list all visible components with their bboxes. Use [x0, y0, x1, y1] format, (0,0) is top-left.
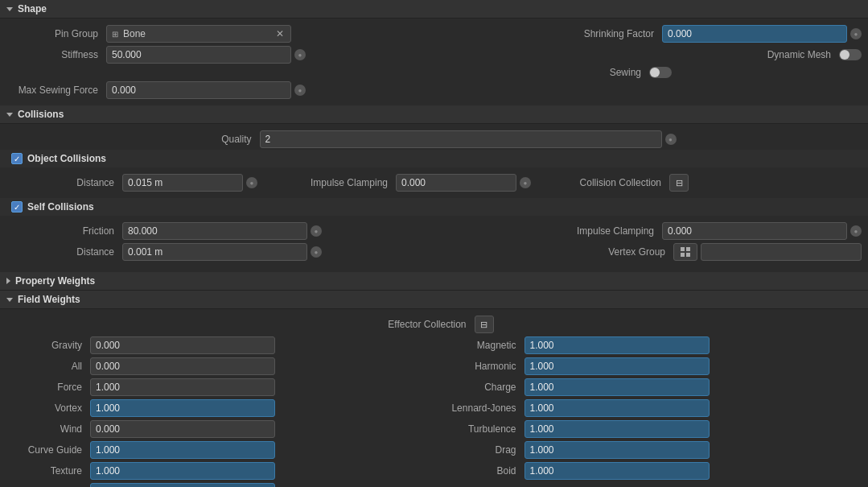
effector-label: Effector Collection [375, 319, 471, 330]
field-label: Charge [441, 382, 521, 393]
object-collisions-label: Object Collisions [27, 153, 106, 164]
dynamic-mesh-label: Dynamic Mesh [739, 49, 836, 60]
field-label: All [6, 361, 87, 372]
stiffness-label: Stiffness [6, 49, 103, 60]
oc-distance-value: 0.015 m [128, 177, 162, 188]
sewing-toggle[interactable] [649, 67, 672, 78]
pin-group-input[interactable]: ⊞ Bone ✕ [106, 25, 291, 43]
field-weights-title: Field Weights [18, 294, 80, 305]
sc-vertex-input[interactable] [701, 243, 862, 261]
quality-row: Quality 2 ● [0, 129, 868, 150]
field-row: Drag 1.000 [434, 440, 869, 460]
collisions-title: Collisions [18, 109, 64, 120]
field-label: Vortex [6, 402, 87, 414]
field-weights-header[interactable]: Field Weights [0, 291, 868, 309]
object-collisions-checkbox[interactable]: ✓ [11, 153, 23, 164]
self-collisions-checkbox[interactable]: ✓ [11, 201, 23, 213]
shape-collapse-icon [6, 7, 13, 11]
shape-section-header[interactable]: Shape [0, 0, 868, 19]
sc-impulse-label: Impulse Clamping [562, 225, 659, 237]
field-input[interactable]: 0.000 [90, 357, 275, 375]
field-label: Harmonic [441, 361, 521, 372]
oc-impulse-dot[interactable]: ● [520, 177, 531, 188]
sc-friction-value: 80.000 [128, 225, 158, 237]
quality-value: 2 [265, 134, 271, 145]
field-row: Curve Guide 1.000 [0, 440, 434, 460]
field-input[interactable]: 1.000 [525, 336, 710, 354]
oc-impulse-input[interactable]: 0.000 [396, 174, 516, 192]
shrinking-value: 0.000 [668, 28, 692, 39]
pin-group-clear-btn[interactable]: ✕ [274, 28, 286, 39]
object-collisions-header[interactable]: ✓ Object Collisions [0, 150, 868, 167]
field-weights-icon [6, 298, 13, 302]
field-input[interactable]: 1.000 [525, 462, 710, 480]
collisions-content: Quality 2 ● ✓ Object Collisions Distance… [0, 124, 868, 272]
field-input[interactable]: 0.000 [90, 336, 275, 354]
field-input[interactable]: 0.000 [90, 420, 275, 438]
stiffness-input[interactable]: 50.000 [106, 46, 291, 64]
field-row: Vortex 1.000 [0, 398, 434, 419]
pin-group-label: Pin Group [6, 28, 103, 39]
field-label: Lennard-Jones [441, 402, 521, 414]
collisions-collapse-icon [6, 113, 13, 117]
field-row: Boid 1.000 [434, 460, 869, 481]
shape-row-2: Stiffness 50.000 ● Dynamic Mesh [0, 44, 868, 65]
sc-friction-label: Friction [23, 225, 119, 237]
dynamic-mesh-toggle[interactable] [839, 49, 862, 60]
property-weights-title: Property Weights [15, 275, 95, 287]
max-sewing-dot[interactable]: ● [294, 85, 306, 96]
shape-content: Pin Group ⊞ Bone ✕ Shrinking Factor 0.00… [0, 19, 868, 105]
field-label: Curve Guide [6, 444, 87, 456]
sc-friction-dot[interactable]: ● [311, 225, 322, 237]
oc-distance-input[interactable]: 0.015 m [122, 174, 243, 192]
sc-vertex-icon[interactable] [673, 243, 697, 261]
field-row: Wind 0.000 [0, 419, 434, 440]
oc-distance-dot[interactable]: ● [246, 177, 257, 188]
max-sewing-input[interactable]: 0.000 [106, 81, 291, 99]
field-input[interactable]: 1.000 [525, 357, 710, 375]
sc-impulse-dot[interactable]: ● [850, 225, 862, 237]
stiffness-dot[interactable]: ● [294, 49, 306, 60]
quality-label: Quality [192, 134, 257, 145]
sc-friction-input[interactable]: 80.000 [122, 222, 307, 240]
sewing-label: Sewing [549, 67, 646, 78]
sc-impulse-input[interactable]: 0.000 [662, 222, 847, 240]
pin-group-value: Bone [123, 28, 146, 39]
oc-collection-label: Collision Collection [553, 177, 666, 188]
sc-row-1: Friction 80.000 ● Impulse Clamping 0.000… [16, 221, 868, 241]
object-collisions-row: Distance 0.015 m ● Impulse Clamping 0.00… [16, 172, 868, 193]
quality-input[interactable]: 2 [260, 130, 662, 148]
sc-distance-input[interactable]: 0.001 m [122, 243, 307, 261]
field-input[interactable]: 1.000 [525, 441, 710, 459]
sc-row-2: Distance 0.001 m ● Vertex Group [16, 241, 868, 262]
field-input[interactable]: 1.000 [90, 441, 275, 459]
shrinking-input[interactable]: 0.000 [662, 25, 847, 43]
field-input[interactable]: 1.000 [90, 462, 275, 480]
sc-impulse-value: 0.000 [668, 225, 692, 237]
field-label: Texture [6, 465, 87, 477]
field-row: Charge 1.000 [434, 377, 869, 398]
sc-distance-dot[interactable]: ● [311, 246, 322, 258]
oc-collection-icon[interactable]: ⊟ [669, 174, 689, 192]
field-input[interactable]: 1.000 [90, 399, 275, 417]
effector-row: Effector Collection ⊟ [0, 314, 868, 335]
field-input[interactable]: 1.000 [525, 420, 710, 438]
field-weights-left: Gravity 0.000 All 0.000 Force 1.000 Vort… [0, 335, 434, 487]
quality-dot[interactable]: ● [665, 134, 677, 145]
shrinking-dot[interactable]: ● [850, 28, 862, 39]
shape-row-4: Max Sewing Force 0.000 ● [0, 80, 868, 101]
collisions-section-header[interactable]: Collisions [0, 105, 868, 124]
property-weights-icon [6, 278, 10, 284]
field-input[interactable]: 1.000 [90, 483, 275, 487]
self-collisions-content: Friction 80.000 ● Impulse Clamping 0.000… [0, 216, 868, 267]
field-label: Drag [441, 444, 521, 456]
effector-collection-icon[interactable]: ⊟ [475, 316, 494, 333]
field-input[interactable]: 1.000 [525, 378, 710, 396]
field-weights-content: Effector Collection ⊟ Gravity 0.000 All … [0, 309, 868, 487]
field-input[interactable]: 1.000 [525, 399, 710, 417]
oc-impulse-value: 0.000 [401, 177, 426, 188]
property-weights-header[interactable]: Property Weights [0, 272, 868, 291]
field-input[interactable]: 1.000 [90, 378, 275, 396]
self-collisions-header[interactable]: ✓ Self Collisions [0, 198, 868, 216]
sc-vertex-label: Vertex Group [574, 246, 670, 258]
